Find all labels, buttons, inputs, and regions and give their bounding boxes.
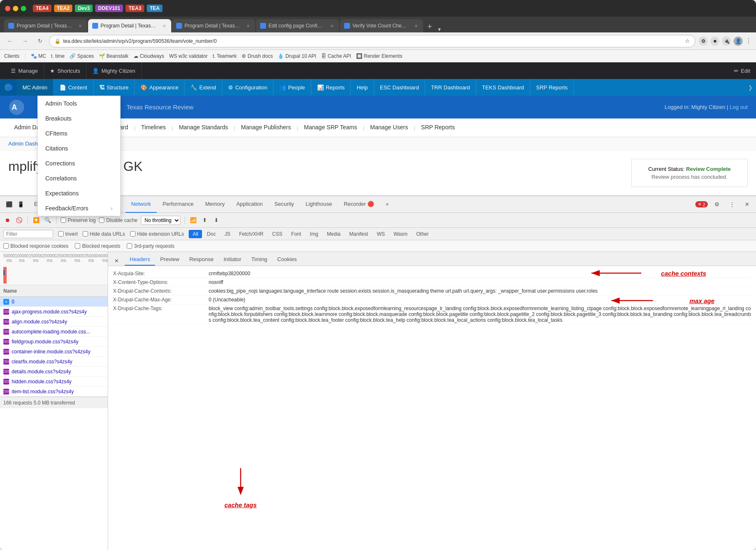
- network-filter-input[interactable]: [3, 230, 53, 238]
- record-button[interactable]: ⏺: [3, 216, 12, 224]
- env-tag-tea[interactable]: TEA: [147, 5, 163, 12]
- network-item-0[interactable]: ≡ 0: [0, 297, 108, 307]
- minimize-button[interactable]: [13, 6, 18, 11]
- blocked-cookies-checkbox[interactable]: Blocked response cookies: [3, 243, 68, 249]
- bookmark-star-icon[interactable]: ☆: [685, 38, 690, 44]
- clear-button[interactable]: 🚫: [15, 216, 23, 224]
- tab-close-2[interactable]: ✕: [161, 23, 167, 29]
- network-item-6[interactable]: CSS clearfix.module.css?s4zs4y: [0, 357, 108, 367]
- devtools-tab-lighthouse[interactable]: Lighthouse: [300, 196, 338, 213]
- devtools-settings-button[interactable]: ⚙: [711, 199, 723, 210]
- filter-type-wasm[interactable]: Wasm: [390, 230, 411, 238]
- filter-type-manifest[interactable]: Manifest: [345, 230, 372, 238]
- dropdown-item-feedback[interactable]: Feedback/Errors ›: [38, 201, 120, 216]
- wifi-button[interactable]: 📶: [189, 216, 197, 224]
- preserve-log-checkbox[interactable]: Preserve log: [61, 217, 96, 223]
- extension-icon-3[interactable]: 🔌: [722, 37, 731, 46]
- tab-close-4[interactable]: ✕: [329, 23, 335, 29]
- srp-nav-manage-teams[interactable]: Manage SRP Teams: [298, 118, 363, 137]
- tab-5[interactable]: Verify Vote Count Checke... ✕: [340, 19, 423, 32]
- devtools-close-button[interactable]: ✕: [741, 199, 753, 210]
- filter-type-css[interactable]: CSS: [268, 230, 286, 238]
- blocked-cookies-input[interactable]: [3, 243, 9, 249]
- menu-item-appearance[interactable]: 🎨 Appearance: [135, 79, 185, 96]
- network-item-8[interactable]: CSS hidden.module.css?s4zs4y: [0, 377, 108, 387]
- network-item-5[interactable]: CSS container-inline.module.css?s4zs4y: [0, 347, 108, 357]
- new-tab-button[interactable]: +: [424, 21, 436, 32]
- details-tab-cookies[interactable]: Cookies: [272, 253, 302, 266]
- third-party-checkbox[interactable]: 3rd-party requests: [127, 243, 174, 249]
- menu-item-help[interactable]: Help: [351, 79, 374, 96]
- bookmark-clients[interactable]: Clients: [4, 53, 20, 59]
- filter-type-media[interactable]: Media: [323, 230, 345, 238]
- tab-menu-button[interactable]: ▾: [438, 26, 441, 32]
- bookmark-mc[interactable]: 🐾 MC: [31, 53, 46, 59]
- dropdown-item-citations[interactable]: Citations: [38, 141, 120, 156]
- hide-data-urls-checkbox[interactable]: Hide data URLs: [83, 231, 125, 237]
- manage-button[interactable]: ☰ Manage: [5, 62, 44, 79]
- upload-button[interactable]: ⬆: [201, 216, 209, 224]
- env-tag-tea4[interactable]: TEA4: [33, 5, 52, 12]
- close-button[interactable]: [5, 6, 10, 11]
- menu-item-reports[interactable]: 📊 Reports: [311, 79, 351, 96]
- filter-type-doc[interactable]: Doc: [203, 230, 219, 238]
- invert-input[interactable]: [58, 231, 64, 237]
- bookmark-w3c[interactable]: WS w3c validator: [169, 53, 208, 59]
- devtools-device-icon[interactable]: 📱: [15, 199, 27, 210]
- srp-nav-manage-publishers[interactable]: Manage Publishers: [235, 118, 297, 137]
- dropdown-item-corrections[interactable]: Corrections: [38, 156, 120, 171]
- menu-item-people[interactable]: 👥 People: [273, 79, 311, 96]
- maximize-button[interactable]: [21, 6, 26, 11]
- tab-2[interactable]: Program Detail | Texas Re... ✕: [88, 19, 171, 32]
- menu-item-srp-reports[interactable]: SRP Reports: [530, 79, 574, 96]
- dropdown-item-cfitems[interactable]: CFItems: [38, 126, 120, 141]
- dropdown-item-correlations[interactable]: Correlations: [38, 171, 120, 186]
- logout-link[interactable]: Log out: [730, 104, 748, 110]
- filter-type-all[interactable]: All: [189, 230, 202, 238]
- filter-type-fetch[interactable]: Fetch/XHR: [235, 230, 267, 238]
- throttling-select[interactable]: No throttling: [141, 216, 180, 225]
- details-close-button[interactable]: ✕: [111, 256, 121, 266]
- network-item-9[interactable]: CSS item-list.module.css?s4zs4y: [0, 387, 108, 397]
- env-tag-ddev101[interactable]: DDEV101: [95, 5, 123, 12]
- srp-nav-manage-standards[interactable]: Manage Standards: [173, 118, 234, 137]
- network-item-3[interactable]: CSS autocomplete-loading.module.css...: [0, 327, 108, 337]
- devtools-tab-memory[interactable]: Memory: [199, 196, 231, 213]
- menu-toggle-button[interactable]: ❯: [748, 84, 756, 91]
- filter-type-img[interactable]: Img: [306, 230, 322, 238]
- devtools-tab-security[interactable]: Security: [268, 196, 300, 213]
- tab-close-3[interactable]: ✕: [245, 23, 251, 29]
- blocked-requests-input[interactable]: [75, 243, 80, 249]
- devtools-tab-network[interactable]: Network: [126, 196, 157, 213]
- devtools-tab-application[interactable]: Application: [231, 196, 269, 213]
- search-button[interactable]: 🔍: [44, 216, 52, 224]
- bookmark-drupal-api[interactable]: 💧 Drupal 10 API: [278, 53, 316, 59]
- tab-close-5[interactable]: ✕: [413, 23, 419, 29]
- third-party-input[interactable]: [127, 243, 132, 249]
- drupal-logo[interactable]: 🔵: [0, 79, 17, 96]
- menu-item-extend[interactable]: 🔧 Extend: [185, 79, 222, 96]
- edit-button[interactable]: ✏ Edit: [728, 62, 756, 79]
- filter-type-ws[interactable]: WS: [373, 230, 389, 238]
- extension-icon-2[interactable]: ★: [710, 37, 719, 46]
- url-text[interactable]: tea.ddev.site/teks/admin/srp/v2/program/…: [63, 38, 682, 44]
- details-tab-preview[interactable]: Preview: [155, 253, 184, 266]
- network-item-2[interactable]: CSS align.module.css?s4zs4y: [0, 317, 108, 327]
- bookmark-drush[interactable]: ⚙ Drush docs: [241, 53, 273, 59]
- dropdown-item-breakouts[interactable]: Breakouts: [38, 111, 120, 126]
- back-button[interactable]: ←: [4, 35, 16, 47]
- bookmark-cloudways[interactable]: ☁ Cloudways: [133, 53, 164, 59]
- devtools-more-button[interactable]: ⋮: [726, 199, 738, 210]
- env-tag-tea3[interactable]: TEA3: [126, 5, 144, 12]
- srp-nav-srp-reports[interactable]: SRP Reports: [415, 118, 460, 137]
- tab-3[interactable]: Program Detail | Texas Re... ✕: [172, 19, 255, 32]
- env-tag-dev3[interactable]: Dev3: [75, 5, 93, 12]
- tab-close-1[interactable]: ✕: [77, 23, 83, 29]
- srp-nav-manage-users[interactable]: Manage Users: [364, 118, 414, 137]
- url-bar[interactable]: 🔒 tea.ddev.site/teks/admin/srp/v2/progra…: [49, 35, 695, 47]
- forward-button[interactable]: →: [19, 35, 31, 47]
- bookmark-cache-api[interactable]: 🗄 Cache API: [321, 53, 351, 59]
- bookmark-teamwrk[interactable]: t. Teamwrk: [213, 53, 237, 59]
- details-tab-headers[interactable]: Headers: [125, 253, 155, 266]
- dropdown-item-expectations[interactable]: Expectations: [38, 186, 120, 201]
